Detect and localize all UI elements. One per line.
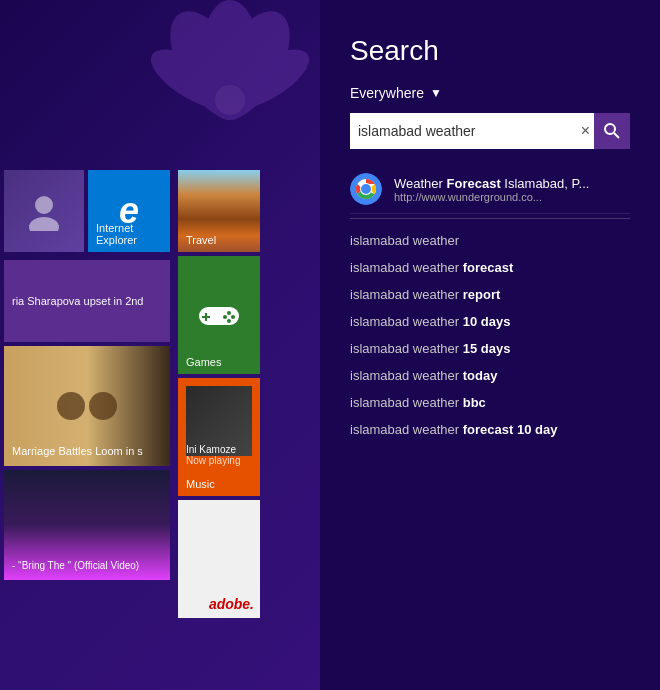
- travel-tile[interactable]: Travel: [178, 170, 260, 252]
- search-input[interactable]: [350, 113, 577, 149]
- marriage-text: Marriage Battles Loom in s: [12, 444, 143, 458]
- adobe-label: adobe.: [209, 596, 254, 612]
- svg-point-13: [223, 315, 227, 319]
- travel-label: Travel: [186, 234, 216, 246]
- search-scope-row: Everywhere ▼: [350, 85, 630, 101]
- svg-point-15: [605, 124, 615, 134]
- svg-point-20: [361, 184, 371, 194]
- scope-label: Everywhere: [350, 85, 424, 101]
- svg-rect-10: [202, 316, 210, 318]
- games-label: Games: [186, 356, 221, 368]
- suggestion-1[interactable]: islamabad weather forecast: [350, 254, 630, 281]
- close-icon: ×: [581, 122, 590, 140]
- ie-tile[interactable]: e Internet Explorer: [88, 170, 170, 252]
- suggestion-6[interactable]: islamabad weather bbc: [350, 389, 630, 416]
- sharapova-tile[interactable]: ria Sharapova upset in 2nd: [4, 260, 170, 342]
- suggestion-4[interactable]: islamabad weather 15 days: [350, 335, 630, 362]
- result-icon: [350, 173, 382, 205]
- music-playing: Now playing: [186, 455, 252, 466]
- music-tile[interactable]: Ini Kamoze Now playing Music: [178, 378, 260, 496]
- svg-point-11: [227, 311, 231, 315]
- search-box: ×: [350, 113, 630, 149]
- user-icon: [24, 191, 64, 231]
- suggestion-2[interactable]: islamabad weather report: [350, 281, 630, 308]
- divider: [350, 218, 630, 219]
- chevron-down-icon[interactable]: ▼: [430, 86, 442, 100]
- suggestion-0[interactable]: islamabad weather: [350, 227, 630, 254]
- games-tile[interactable]: Games: [178, 256, 260, 374]
- bring-text: - "Bring The " (Official Video): [12, 559, 139, 572]
- svg-line-16: [614, 133, 619, 138]
- result-url: http://www.wunderground.co...: [394, 191, 630, 203]
- search-title: Search: [350, 35, 630, 67]
- music-artist: Ini Kamoze: [186, 444, 252, 455]
- search-panel: Search Everywhere ▼ ×: [320, 0, 660, 690]
- svg-point-12: [231, 315, 235, 319]
- svg-point-14: [227, 319, 231, 323]
- search-button[interactable]: [594, 113, 630, 149]
- suggestion-5[interactable]: islamabad weather today: [350, 362, 630, 389]
- user-tile[interactable]: [4, 170, 84, 252]
- gamepad-icon: [195, 299, 243, 331]
- tiles-area: e Internet Explorer ria Sharapova upset …: [0, 0, 320, 690]
- clear-button[interactable]: ×: [577, 122, 594, 140]
- svg-point-6: [35, 196, 53, 214]
- search-result[interactable]: Weather Forecast Islamabad, P... http://…: [350, 165, 630, 214]
- ie-label: Internet Explorer: [96, 222, 170, 246]
- result-title: Weather Forecast Islamabad, P...: [394, 176, 630, 191]
- svg-point-7: [29, 217, 59, 231]
- suggestion-3[interactable]: islamabad weather 10 days: [350, 308, 630, 335]
- music-label: Music: [186, 478, 215, 490]
- result-text: Weather Forecast Islamabad, P... http://…: [394, 176, 630, 203]
- sharapova-text: ria Sharapova upset in 2nd: [12, 295, 143, 307]
- suggestion-7[interactable]: islamabad weather forecast 10 day: [350, 416, 630, 443]
- bring-tile[interactable]: - "Bring The " (Official Video): [4, 470, 170, 580]
- search-icon: [604, 123, 620, 139]
- suggestions-list: islamabad weather islamabad weather fore…: [350, 227, 630, 443]
- adobe-tile[interactable]: adobe.: [178, 500, 260, 618]
- marriage-tile[interactable]: Marriage Battles Loom in s: [4, 346, 170, 466]
